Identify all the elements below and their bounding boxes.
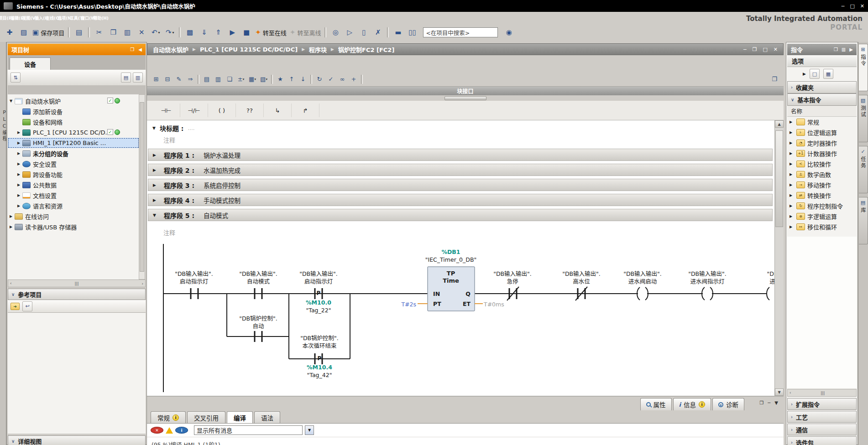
search-in-project-input[interactable] (423, 27, 498, 37)
tab-info[interactable]: i 信息 i (673, 398, 711, 410)
instr-timers[interactable]: ▶ ◔ 定时器操作 (787, 138, 857, 148)
expand-arrow-icon[interactable]: ▶ (790, 130, 794, 135)
network-header-row[interactable]: ▶ 程序段 3 : 系统启停控制 (148, 179, 773, 191)
expand-view-icon[interactable]: ▥ (133, 72, 143, 83)
instr-word-logic[interactable]: ▶ ⊕ 字逻辑运算 (787, 211, 857, 222)
open-all-networks-icon[interactable]: ▤ (201, 74, 212, 85)
expand-arrow-icon[interactable]: ▶ (790, 204, 794, 208)
contact3-address[interactable]: %M10.0 (306, 299, 331, 306)
instr-bit-logic[interactable]: ▶ ⊦ 位逻辑运算 (787, 127, 857, 138)
timer-db-address[interactable]: %DB1 (441, 248, 460, 256)
contact5-label[interactable]: "DB输入输出".高水位 (562, 270, 601, 285)
no-contact-icon[interactable]: ⊣⊢ (152, 103, 180, 117)
breadcrumb-item[interactable]: 程序块 (309, 45, 327, 54)
combo-dropdown-icon[interactable]: ▼ (305, 425, 314, 435)
network-header-row[interactable]: ▶ 程序段 4 : 手动模式控制 (148, 194, 773, 206)
rename-icon[interactable]: ✎ (173, 74, 184, 85)
instr-convert[interactable]: ▶ ⇄ 转换操作 (787, 190, 857, 201)
editor-tool[interactable] (271, 75, 273, 84)
cut-icon[interactable]: ✂ (92, 26, 106, 39)
breadcrumb-item[interactable]: PLC_1 [CPU 1215C DC/DC/DC] (200, 46, 298, 53)
instructions-horizontal-scrollbar[interactable]: › ||| (787, 389, 857, 397)
side-tab-libraries[interactable]: ▤ 库 (859, 197, 868, 244)
operand-display-icon[interactable]: ▦ (247, 74, 258, 85)
expand-arrow-icon[interactable]: ▶ (16, 130, 22, 135)
expand-arrow-icon[interactable]: ▶ (790, 214, 794, 218)
coil3-label[interactable]: "DB锅炉进水阀 (748, 270, 774, 285)
expand-arrow-icon[interactable]: ▶ (790, 172, 794, 176)
splitter-grip[interactable] (444, 96, 486, 100)
section-extended-instructions[interactable]: › 扩展指令 (787, 398, 857, 410)
tree-filter-icon[interactable]: ⇅ (10, 72, 21, 83)
collapse-arrow-icon[interactable]: ▼ (152, 126, 156, 130)
tree-item-ungrouped-devices[interactable]: ▶ 未分组的设备 ✓ (8, 148, 139, 159)
go-online-button[interactable]: ✦ 转至在线 (254, 26, 288, 39)
goto-next-icon[interactable]: ↓ (298, 74, 309, 85)
block-title-row[interactable]: ▼ 块标题 : .... (152, 124, 195, 133)
editor-close-button[interactable]: ✕ (774, 47, 778, 52)
tab-syntax[interactable]: 语法 i (254, 411, 280, 424)
monitoring-glasses-icon[interactable]: ∞ (337, 74, 348, 85)
panel-dock-icon[interactable]: ▥ (842, 47, 846, 52)
goto-previous-icon[interactable]: ↑ (286, 74, 297, 85)
open-branch-icon[interactable]: ↳ (264, 103, 292, 117)
instr-counters[interactable]: ▶ +1 计数器操作 (787, 148, 857, 159)
nc-contact-icon[interactable]: ⊣/⊢ (180, 103, 208, 117)
go-offline-button[interactable]: ✦ 转至离线 (288, 26, 323, 39)
tab-cross-references[interactable]: 交叉引用 i (187, 411, 225, 424)
network-header-row[interactable]: ▶ 程序段 1 : 锅炉水温处理 (148, 149, 773, 161)
instr-program-control[interactable]: ▶ ↻ 程序控制指令 (787, 201, 857, 211)
tree-item-add-device[interactable]: 添加新设备 ✓ (8, 106, 139, 117)
expand-arrow-icon[interactable]: ▶ (790, 193, 794, 197)
expand-arrow-icon[interactable]: ▶ (16, 141, 22, 145)
expand-arrow-icon[interactable]: ▶ (790, 141, 794, 145)
window-minimize-button[interactable]: ─ (842, 3, 845, 9)
open-reference-project-icon[interactable]: ➜ (10, 303, 20, 310)
contact2-label[interactable]: "DB输入输出".自动模式 (239, 270, 277, 285)
consistency-check-icon[interactable]: ✓ (325, 74, 336, 85)
contact1-label[interactable]: "DB输入输出".启动指示灯 (175, 270, 213, 285)
split-editor-vertical-icon[interactable]: ▯▯ (405, 26, 419, 39)
branch2-address[interactable]: %M10.4 (307, 363, 332, 371)
warning-filter-icon[interactable] (166, 427, 173, 434)
delete-row-icon[interactable]: ⊟ (162, 74, 173, 85)
close-all-networks-icon[interactable]: ▥ (213, 74, 224, 85)
expand-arrow-icon[interactable]: ▶ (16, 193, 22, 197)
device-proxy-icon[interactable]: ▯ (357, 26, 371, 39)
block-interface-bar[interactable]: 块接口 (147, 87, 784, 95)
favorites-toggle-icon[interactable]: ★ (275, 74, 286, 85)
expand-arrow-icon[interactable]: ▶ (790, 151, 794, 155)
panel-float-icon[interactable]: ❐ (834, 47, 838, 52)
toolbar-item[interactable] (68, 27, 70, 38)
open-project-icon[interactable]: ▨ (17, 26, 31, 39)
tree-item-devices-networks[interactable]: 设备和网络 ✓ (8, 117, 139, 127)
save-project-button[interactable]: ▣ 保存项目 (31, 26, 66, 39)
expand-arrow-icon[interactable]: ▶ (790, 183, 794, 187)
block-title-placeholder[interactable]: .... (188, 125, 194, 131)
scroll-grip[interactable]: ||| (74, 281, 78, 286)
editor-tool[interactable] (198, 75, 199, 84)
tree-vertical-scrollbar[interactable] (139, 94, 145, 279)
tree-item-common-data[interactable]: ▶ 公共数据 ✓ (8, 180, 139, 190)
absolute-operands-icon[interactable]: ± (235, 74, 246, 85)
contact3-tag[interactable]: "Tag_22" (306, 306, 331, 314)
edge-contact-p2[interactable]: P (318, 355, 322, 362)
timer-pt-value[interactable]: T#2s (393, 300, 416, 308)
pin-panel-icon[interactable]: ❐ (130, 47, 134, 52)
details-view-header[interactable]: ∨ 详细视图 (8, 435, 146, 445)
expand-arrow-icon[interactable]: ▶ (16, 172, 22, 176)
branch2-tag[interactable]: "Tag_42" (307, 371, 332, 379)
instr-compare[interactable]: ▶ < 比较操作 (787, 159, 857, 169)
network-comments-icon[interactable]: ❏ (224, 74, 235, 85)
grid-view-icon[interactable]: ▦ (823, 69, 833, 79)
branch1-contact-label[interactable]: "DB锅炉控制".自动 (239, 315, 277, 330)
breadcrumb-item[interactable]: 锅炉控制FC2 [FC2] (338, 45, 394, 54)
instr-math[interactable]: ▶ ± 数学函数 (787, 169, 857, 180)
branch2-contact-label[interactable]: "DB锅炉控制".本次循环结束 (300, 334, 339, 350)
revert-reference-icon[interactable]: ↩ (22, 301, 32, 311)
info-filter-icon[interactable]: i (175, 427, 188, 434)
panel-collapse-icon[interactable]: ▶ (849, 47, 853, 52)
editor-maximize-button[interactable]: □ (763, 47, 767, 52)
print-icon[interactable]: ▤ (72, 26, 86, 39)
insert-network-icon[interactable]: ⊞ (151, 74, 162, 85)
